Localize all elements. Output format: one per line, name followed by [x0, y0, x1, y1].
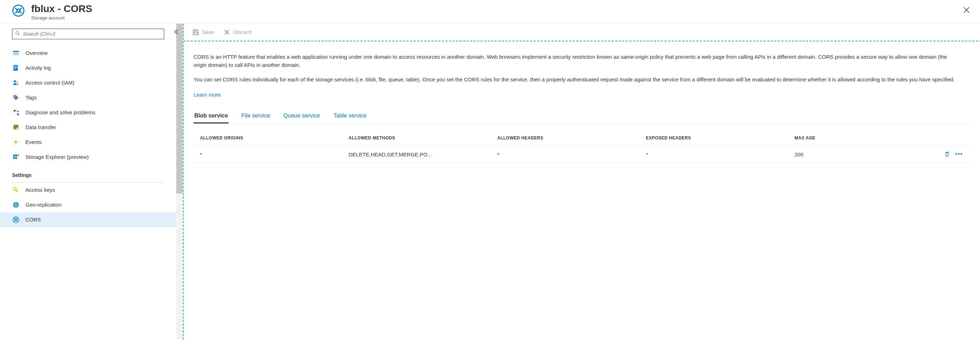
overview-icon — [12, 49, 20, 57]
cell-exposed-headers: * — [646, 151, 795, 157]
save-button[interactable]: Save — [192, 29, 214, 36]
svg-rect-16 — [13, 157, 15, 159]
svg-rect-13 — [13, 155, 15, 156]
events-icon — [12, 138, 20, 146]
sidebar-item-label: Tags — [25, 94, 37, 100]
col-allowed-methods: ALLOWED METHODS — [348, 135, 497, 140]
tab-blob-service[interactable]: Blob service — [194, 110, 229, 124]
tab-table-service[interactable]: Table service — [332, 110, 367, 123]
tags-icon — [12, 94, 20, 102]
svg-point-22 — [15, 219, 17, 221]
sidebar-item-label: Diagnose and solve problems — [25, 109, 95, 115]
collapse-sidebar-icon[interactable] — [172, 28, 180, 36]
table-row[interactable]: * DELETE,HEAD,GET,MERGE,PO… * * 200 ••• — [194, 146, 971, 163]
access-control-icon — [12, 79, 20, 87]
activity-log-icon — [12, 64, 20, 72]
diagnose-icon — [12, 109, 20, 116]
svg-point-18 — [13, 187, 16, 190]
svg-rect-4 — [13, 52, 19, 55]
sidebar-item-overview[interactable]: Overview — [0, 46, 176, 60]
search-field[interactable] — [23, 31, 161, 37]
delete-row-icon[interactable] — [944, 151, 950, 158]
description-paragraph-1: CORS is an HTTP feature that enables a w… — [194, 53, 958, 69]
page-header: fblux - CORS Storage account — [0, 0, 980, 24]
toolbar: Save Discard — [184, 24, 980, 41]
search-icon — [15, 31, 20, 37]
data-transfer-icon — [12, 124, 20, 131]
svg-rect-14 — [15, 155, 17, 156]
service-tabs: Blob service File service Queue service … — [194, 110, 971, 124]
svg-rect-3 — [13, 51, 19, 52]
save-label: Save — [202, 29, 214, 35]
sidebar-item-label: Storage Explorer (preview) — [25, 154, 89, 160]
svg-point-9 — [14, 80, 16, 83]
discard-button[interactable]: Discard — [223, 29, 251, 36]
search-input[interactable] — [12, 29, 164, 39]
svg-rect-5 — [13, 65, 18, 71]
sidebar-item-label: Geo-replication — [25, 202, 62, 208]
sidebar-item-label: Events — [25, 139, 42, 145]
sidebar-item-access-control[interactable]: Access control (IAM) — [0, 75, 176, 90]
table-header-row: ALLOWED ORIGINS ALLOWED METHODS ALLOWED … — [194, 130, 971, 146]
sidebar-scrollbar[interactable] — [176, 24, 183, 340]
sidebar-item-label: Activity log — [25, 65, 51, 71]
col-max-age: MAX AGE — [795, 135, 932, 140]
sidebar-item-label: Data transfer — [25, 124, 56, 130]
sidebar-item-label: Overview — [25, 50, 48, 56]
svg-rect-7 — [14, 67, 17, 68]
page-title: fblux - CORS — [31, 3, 92, 14]
cell-allowed-headers: * — [497, 151, 646, 157]
close-button[interactable] — [960, 3, 973, 16]
access-keys-icon — [12, 186, 20, 194]
cell-allowed-origins: * — [200, 151, 348, 157]
storage-explorer-icon — [12, 153, 20, 161]
page-subtitle: Storage account — [31, 15, 92, 21]
sidebar-item-label: CORS — [25, 216, 41, 222]
tab-queue-service[interactable]: Queue service — [283, 110, 321, 123]
sidebar-item-activity-log[interactable]: Activity log — [0, 60, 176, 75]
tab-file-service[interactable]: File service — [241, 110, 271, 123]
sidebar-item-label: Access control (IAM) — [25, 79, 74, 86]
description-paragraph-2: You can set CORS rules individually for … — [194, 75, 958, 84]
svg-point-10 — [17, 81, 18, 83]
sidebar: Overview Activity log Access control (IA… — [0, 24, 183, 340]
col-exposed-headers: EXPOSED HEADERS — [646, 135, 795, 140]
sidebar-item-storage-explorer[interactable]: Storage Explorer (preview) — [0, 150, 176, 165]
discard-label: Discard — [233, 29, 251, 35]
main-panel: Save Discard CORS is an HTTP feature tha… — [183, 24, 980, 340]
cors-icon — [12, 216, 20, 224]
sidebar-item-diagnose[interactable]: Diagnose and solve problems — [0, 105, 176, 120]
col-allowed-headers: ALLOWED HEADERS — [497, 135, 646, 140]
storage-account-icon — [11, 3, 25, 18]
scrollbar-thumb[interactable] — [176, 24, 183, 194]
sidebar-item-label: Access keys — [25, 187, 55, 193]
sidebar-item-events[interactable]: Events — [0, 135, 176, 150]
svg-rect-23 — [194, 30, 196, 32]
cors-rules-table: ALLOWED ORIGINS ALLOWED METHODS ALLOWED … — [194, 130, 971, 163]
col-allowed-origins: ALLOWED ORIGINS — [200, 135, 348, 140]
sidebar-item-geo-replication[interactable]: Geo-replication — [0, 197, 176, 212]
svg-rect-15 — [18, 155, 19, 156]
learn-more-link[interactable]: Learn more — [194, 92, 221, 98]
sidebar-item-data-transfer[interactable]: Data transfer — [0, 120, 176, 135]
cell-max-age: 200 — [795, 151, 932, 157]
svg-point-2 — [16, 32, 19, 34]
svg-rect-6 — [14, 66, 17, 67]
sidebar-item-tags[interactable]: Tags — [0, 90, 176, 105]
svg-rect-17 — [15, 157, 17, 159]
geo-replication-icon — [12, 201, 20, 209]
sidebar-section-settings: Settings — [0, 165, 176, 181]
cell-allowed-methods: DELETE,HEAD,GET,MERGE,PO… — [348, 151, 497, 157]
sidebar-item-cors[interactable]: CORS — [0, 212, 176, 227]
svg-rect-8 — [14, 68, 16, 69]
row-more-icon[interactable]: ••• — [955, 151, 963, 158]
svg-rect-24 — [194, 33, 197, 35]
svg-point-11 — [14, 96, 16, 97]
sidebar-item-access-keys[interactable]: Access keys — [0, 183, 176, 197]
